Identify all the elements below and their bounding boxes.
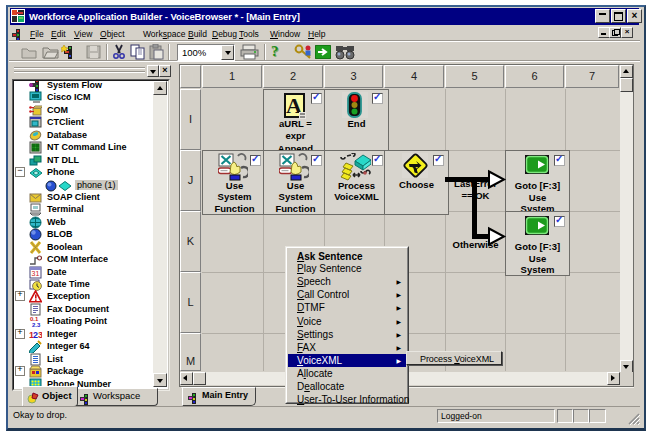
svg-text:31: 31 (32, 270, 40, 277)
